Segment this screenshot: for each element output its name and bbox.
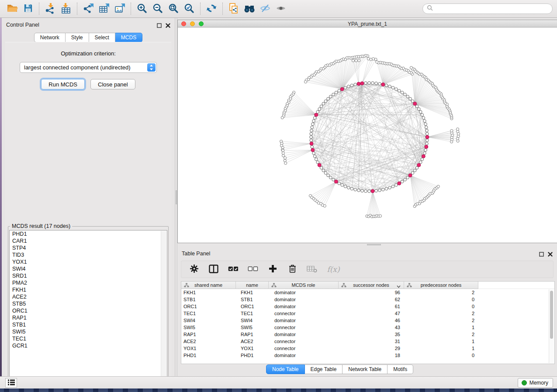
show-panels-button[interactable] [5,378,17,388]
mcds-result-item[interactable]: STP4 [10,244,167,251]
search-input[interactable] [436,6,548,12]
zoom-out-button[interactable] [150,1,166,16]
table-options-button[interactable] [188,264,200,275]
dominator-node[interactable] [310,142,313,145]
tab-mcds[interactable]: MCDS [115,33,142,42]
add-row-button[interactable] [267,264,278,275]
dominator-node[interactable] [422,155,425,158]
cell: 2 [404,289,478,296]
delete-row-button[interactable] [287,264,298,275]
column-header-successor-nodes[interactable]: successor nodes [339,282,404,289]
optimization-criterion-select[interactable]: largest connected component (undirected) [20,62,157,73]
column-header-shared-name[interactable]: shared name [181,282,236,289]
dominator-node[interactable] [426,135,429,139]
tab-edge-table[interactable]: Edge Table [305,364,343,374]
tab-motifs[interactable]: Motifs [387,364,413,374]
mcds-result-item[interactable]: ORC1 [10,307,167,314]
close-panel-button[interactable]: Close panel [90,79,135,89]
mcds-result-item[interactable]: TEC1 [10,335,167,342]
table-row[interactable]: SWI4SWI4dominator462 [181,317,554,324]
dominator-node[interactable] [425,145,428,148]
tab-node-table[interactable]: Node Table [266,364,305,374]
dominator-node[interactable] [334,180,338,183]
table-row[interactable]: SWI5SWI5connector431 [181,324,554,331]
table-scrollbar-thumb[interactable] [550,291,553,339]
open-session-button[interactable] [4,1,20,16]
dominator-node[interactable] [360,82,364,85]
dominator-node[interactable] [371,189,374,193]
mcds-result-item[interactable]: RAP1 [10,314,167,321]
save-session-button[interactable] [20,1,36,16]
zoom-fit-button[interactable] [166,1,181,16]
mcds-result-list[interactable]: PHD1CAR1STP4TID3YOX1SWI4SRD1PMA2FKH1ACE2… [9,230,167,384]
show-columns-button[interactable] [208,264,219,275]
dominator-node[interactable] [417,163,421,167]
dominator-node[interactable] [381,83,385,86]
horizontal-splitter[interactable] [177,243,557,247]
open-session-icon [7,3,18,15]
cell: 29 [339,345,404,352]
close-panel-icon[interactable] [166,22,170,30]
tab-network-table[interactable]: Network Table [343,364,387,374]
export-table-button[interactable] [96,1,112,16]
close-panel-icon[interactable] [548,251,553,258]
table-row[interactable]: TEC1TEC1connector472 [181,310,554,317]
binoculars-button[interactable] [242,1,257,16]
table-row[interactable]: ORC1ORC1dominator610 [181,303,554,310]
table-row[interactable]: ACE2ACE2connector311 [181,338,554,345]
mcds-result-item[interactable]: FKH1 [10,286,167,293]
binoculars-icon [243,3,256,15]
apply-layout-button[interactable] [204,1,219,16]
hide-graphics-details-button[interactable] [257,1,273,16]
zoom-selected-button[interactable] [181,1,197,16]
mcds-result-item[interactable]: STB1 [10,321,167,328]
splitter-handle[interactable] [176,190,177,204]
dominator-node[interactable] [408,174,412,177]
show-graphics-details-button[interactable] [273,1,289,16]
zoom-out-icon [152,3,163,15]
float-panel-icon[interactable] [539,251,544,258]
mcds-result-item[interactable]: SRD1 [10,272,167,279]
run-mcds-button[interactable]: Run MCDS [41,79,85,89]
tab-style[interactable]: Style [66,33,89,42]
dominator-node[interactable] [398,182,401,185]
export-image-button[interactable] [112,1,128,16]
mcds-result-item[interactable]: CAR1 [10,237,167,244]
zoom-in-button[interactable] [134,1,150,16]
table-row[interactable]: PHD1PHD1dominator180 [181,352,554,359]
table-row[interactable]: FKH1FKH1dominator962 [181,289,554,296]
table-row[interactable]: RAP1RAP1dominator352 [181,331,554,338]
mcds-result-item[interactable]: GCR1 [10,342,167,349]
dominator-node[interactable] [340,87,344,91]
mcds-result-item[interactable]: PHD1 [10,230,167,237]
mcds-result-item[interactable]: ACE2 [10,293,167,300]
mcds-result-item[interactable]: YOX1 [10,258,167,265]
mcds-result-item[interactable]: SWI4 [10,265,167,272]
dominator-node[interactable] [318,163,321,167]
tab-select[interactable]: Select [89,33,115,42]
import-table-button[interactable] [58,1,74,16]
mcds-result-item[interactable]: STB5 [10,300,167,307]
mcds-result-item[interactable]: SWI5 [10,328,167,335]
unselect-all-button[interactable] [247,264,259,275]
float-panel-icon[interactable] [157,22,162,30]
import-network-button[interactable] [42,1,58,16]
dominator-node[interactable] [315,113,318,117]
table-row[interactable]: YOX1YOX1connector291 [181,345,554,352]
clone-network-button[interactable] [226,1,242,16]
splitter-handle[interactable] [367,244,381,245]
tab-network[interactable]: Network [34,33,66,42]
dominator-node[interactable] [413,102,417,106]
mcds-result-item[interactable]: PMA2 [10,279,167,286]
export-network-button[interactable] [80,1,96,16]
table-row[interactable]: STB1STB1dominator620 [181,296,554,303]
dominator-node[interactable] [357,82,360,86]
column-header-MCDS-role[interactable]: MCDS role [269,282,339,289]
mcds-result-item[interactable]: TID3 [10,251,167,258]
column-header-predecessor-nodes[interactable]: predecessor nodes [404,282,478,289]
column-header-name[interactable]: name [236,282,269,289]
memory-button[interactable]: Memory [518,378,553,388]
dominator-node[interactable] [311,148,315,152]
network-canvas[interactable] [178,28,557,243]
select-all-button[interactable] [228,264,239,275]
